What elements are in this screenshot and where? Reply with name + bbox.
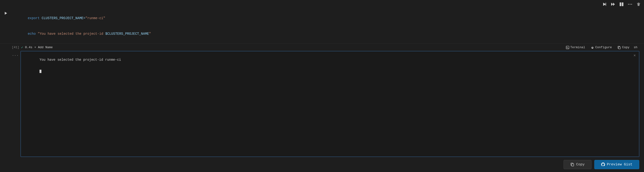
run-btn-area (0, 10, 12, 16)
output-line-1: You have selected the project-id runme-c… (40, 58, 121, 62)
preview-gist-label: Preview Gist (607, 163, 632, 167)
output-terminal: × You have selected the project-id runme… (20, 51, 639, 157)
bottom-copy-label: Copy (576, 163, 584, 167)
run-cell-icon (602, 2, 606, 6)
more-button[interactable] (626, 1, 634, 7)
add-name-button[interactable]: + Add Name (34, 46, 53, 49)
svg-point-5 (631, 4, 632, 4)
line-number: [41] (12, 46, 19, 49)
output-section: ··· × You have selected the project-id r… (0, 51, 644, 157)
bottom-bar: Copy Preview Gist (0, 157, 644, 172)
more-icon (628, 2, 632, 6)
terminal-cursor (40, 70, 42, 73)
top-toolbar (0, 0, 644, 8)
execution-time: 0.4s (25, 46, 32, 49)
terminal-label: Terminal (570, 46, 585, 49)
main-container: export CLUSTERS_PROJECT_NAME="runme-ci" … (0, 0, 644, 172)
github-icon (601, 163, 605, 166)
var-reference: $CLUSTERS_PROJECT_NAME (105, 32, 149, 36)
svg-rect-0 (606, 2, 606, 6)
svg-rect-1 (620, 2, 621, 6)
copy-bottom-icon (570, 163, 574, 166)
string-value-1: "runme-ci" (86, 16, 105, 20)
svg-rect-2 (622, 2, 624, 6)
code-lines: export CLUSTERS_PROJECT_NAME="runme-ci" … (12, 10, 644, 42)
code-line-2: echo "You have selected the project-id $… (12, 26, 639, 42)
run-cell-button[interactable] (601, 1, 608, 7)
preview-gist-button[interactable]: Preview Gist (594, 160, 639, 169)
configure-icon (591, 46, 594, 49)
sh-label: sh (634, 46, 639, 49)
delete-icon (636, 2, 641, 6)
svg-point-3 (628, 4, 629, 4)
status-right: Terminal Configure Copy sh (564, 45, 644, 50)
code-line-1: export CLUSTERS_PROJECT_NAME="runme-ci" (12, 10, 639, 26)
toolbar-icons (601, 1, 642, 7)
keyword-export: export (28, 16, 42, 20)
split-icon (620, 2, 624, 6)
copy-top-label: Copy (622, 46, 629, 49)
string-value-2: "You have selected the project-id (38, 32, 105, 36)
svg-rect-7 (619, 47, 620, 49)
var-name: CLUSTERS_PROJECT_NAME= (42, 16, 86, 20)
run-all-button[interactable] (610, 1, 616, 7)
status-left: [41] ✓ 0.4s + Add Name (12, 45, 53, 49)
svg-point-4 (630, 4, 630, 4)
svg-rect-8 (572, 164, 574, 166)
delete-button[interactable] (635, 1, 642, 7)
terminal-button[interactable]: Terminal (564, 45, 586, 50)
output-close-button[interactable]: × (632, 53, 637, 58)
output-more-button[interactable]: ··· (12, 53, 19, 58)
code-section: export CLUSTERS_PROJECT_NAME="runme-ci" … (0, 8, 644, 43)
status-bar: [41] ✓ 0.4s + Add Name Terminal Configur… (0, 43, 644, 51)
output-sidebar: ··· (12, 51, 20, 157)
bottom-copy-button[interactable]: Copy (564, 160, 592, 169)
copy-top-icon (618, 46, 621, 49)
keyword-echo: echo (28, 32, 38, 36)
play-icon (4, 11, 8, 15)
string-value-3: " (149, 32, 151, 36)
output-text: You have selected the project-id runme-c… (24, 54, 636, 77)
terminal-icon (566, 46, 569, 49)
run-button[interactable] (3, 10, 9, 16)
add-name-label: + Add Name (34, 46, 53, 49)
configure-button[interactable]: Configure (589, 45, 613, 50)
split-button[interactable] (618, 1, 625, 7)
copy-top-button[interactable]: Copy (616, 45, 631, 50)
run-all-icon (611, 2, 615, 6)
check-icon: ✓ (21, 45, 23, 49)
configure-label: Configure (595, 46, 612, 49)
